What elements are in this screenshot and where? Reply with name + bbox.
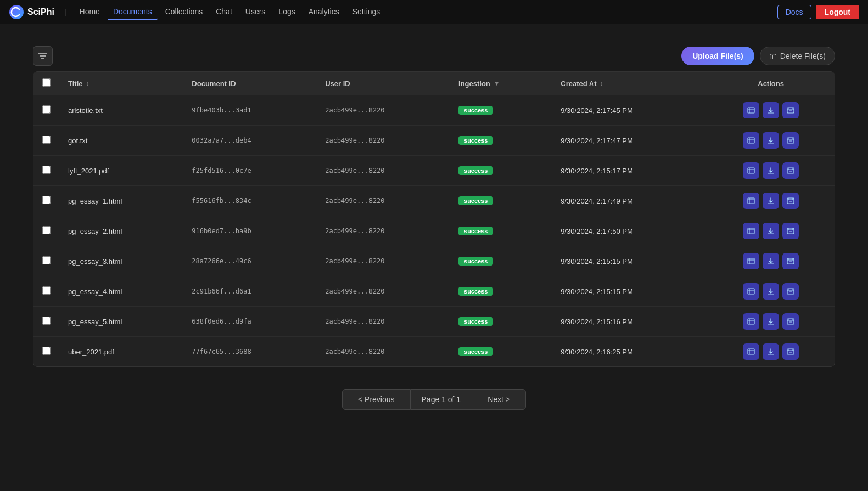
row-ingestion: success: [450, 186, 552, 216]
ingestion-badge: success: [458, 106, 493, 115]
previous-button[interactable]: < Previous: [342, 389, 411, 410]
nav-documents[interactable]: Documents: [108, 4, 158, 20]
logo-text: SciPhi: [27, 7, 54, 17]
row-doc-id: 9fbe403b...3ad1: [183, 95, 316, 126]
row-checkbox-5[interactable]: [42, 256, 51, 264]
download-button-6[interactable]: [763, 283, 779, 300]
row-user-id: 2acb499e...8220: [316, 126, 450, 156]
svg-rect-71: [787, 319, 794, 324]
row-checkbox-6[interactable]: [42, 286, 51, 295]
row-checkbox-4[interactable]: [42, 226, 51, 234]
filter-icon: [38, 52, 48, 60]
delete-row-button-0[interactable]: [782, 102, 799, 118]
row-actions: [707, 307, 835, 337]
row-user-id: 2acb499e...8220: [316, 276, 450, 307]
download-button-4[interactable]: [763, 223, 779, 239]
row-checkbox-cell: [33, 186, 59, 216]
row-created-at: 9/30/2024, 2:17:45 PM: [552, 95, 707, 126]
nav-settings[interactable]: Settings: [347, 4, 386, 20]
row-ingestion: success: [450, 276, 552, 307]
view-button-4[interactable]: [743, 223, 759, 239]
nav-home[interactable]: Home: [74, 4, 105, 20]
row-ingestion: success: [450, 156, 552, 186]
nav-analytics[interactable]: Analytics: [303, 4, 345, 20]
row-title: lyft_2021.pdf: [59, 156, 183, 186]
view-button-2[interactable]: [743, 162, 759, 179]
view-button-8[interactable]: [743, 343, 759, 360]
row-actions: [707, 246, 835, 276]
view-button-1[interactable]: [743, 132, 759, 149]
row-checkbox-7[interactable]: [42, 317, 51, 325]
next-button[interactable]: Next >: [472, 389, 526, 410]
table-row: pg_essay_4.html 2c91b66f...d6a1 2acb499e…: [33, 276, 835, 307]
download-button-5[interactable]: [763, 253, 779, 269]
nav-collections[interactable]: Collections: [160, 4, 208, 20]
ingestion-badge: success: [458, 227, 493, 235]
table-row: lyft_2021.pdf f25fd516...0c7e 2acb499e..…: [33, 156, 835, 186]
row-user-id: 2acb499e...8220: [316, 246, 450, 276]
created-sort-icon[interactable]: ↕: [600, 80, 603, 87]
delete-row-button-7[interactable]: [782, 313, 799, 330]
nav-logs[interactable]: Logs: [273, 4, 300, 20]
delete-row-button-3[interactable]: [782, 193, 799, 209]
ingestion-badge: success: [458, 317, 493, 326]
view-button-3[interactable]: [743, 193, 759, 209]
view-button-0[interactable]: [743, 102, 759, 118]
delete-row-button-4[interactable]: [782, 223, 799, 239]
delete-row-button-5[interactable]: [782, 253, 799, 269]
row-checkbox-cell: [33, 156, 59, 186]
row-doc-id: 28a7266e...49c6: [183, 246, 316, 276]
svg-rect-26: [787, 168, 794, 173]
row-checkbox-0[interactable]: [42, 105, 51, 114]
row-created-at: 9/30/2024, 2:16:25 PM: [552, 337, 707, 367]
delete-button[interactable]: 🗑 Delete File(s): [760, 47, 835, 65]
svg-rect-31: [748, 198, 754, 204]
ingestion-filter-icon[interactable]: ▼: [494, 80, 500, 87]
row-checkbox-cell: [33, 276, 59, 307]
main-content: Upload File(s) 🗑 Delete File(s) Title ↕: [0, 24, 868, 443]
view-button-5[interactable]: [743, 253, 759, 269]
row-checkbox-2[interactable]: [42, 166, 51, 174]
row-ingestion: success: [450, 216, 552, 246]
svg-rect-58: [748, 289, 754, 294]
row-ingestion: success: [450, 95, 552, 126]
download-button-3[interactable]: [763, 193, 779, 209]
row-title: pg_essay_5.html: [59, 307, 183, 337]
logout-button[interactable]: Logout: [816, 5, 859, 19]
title-sort-icon[interactable]: ↕: [86, 80, 89, 87]
ingestion-badge: success: [458, 287, 493, 296]
row-checkbox-8[interactable]: [42, 347, 51, 355]
nav-users[interactable]: Users: [240, 4, 271, 20]
download-button-2[interactable]: [763, 162, 779, 179]
row-created-at: 9/30/2024, 2:17:50 PM: [552, 216, 707, 246]
docs-button[interactable]: Docs: [777, 5, 811, 19]
row-created-at: 9/30/2024, 2:15:15 PM: [552, 246, 707, 276]
delete-row-button-1[interactable]: [782, 132, 799, 149]
row-doc-id: 638f0ed6...d9fa: [183, 307, 316, 337]
view-button-6[interactable]: [743, 283, 759, 300]
download-button-7[interactable]: [763, 313, 779, 330]
delete-row-button-8[interactable]: [782, 343, 799, 360]
table-row: uber_2021.pdf 77f67c65...3688 2acb499e..…: [33, 337, 835, 367]
svg-rect-40: [748, 228, 754, 234]
header-title: Title ↕: [59, 72, 183, 95]
ingestion-badge: success: [458, 136, 493, 145]
row-checkbox-1[interactable]: [42, 136, 51, 144]
svg-rect-35: [787, 198, 794, 204]
download-button-1[interactable]: [763, 132, 779, 149]
delete-row-button-2[interactable]: [782, 162, 799, 179]
view-button-7[interactable]: [743, 313, 759, 330]
row-doc-id: 0032a7a7...deb4: [183, 126, 316, 156]
upload-button[interactable]: Upload File(s): [681, 47, 754, 65]
svg-rect-67: [748, 319, 754, 324]
select-all-checkbox[interactable]: [42, 78, 51, 87]
table-row: pg_essay_3.html 28a7266e...49c6 2acb499e…: [33, 246, 835, 276]
svg-rect-8: [787, 108, 794, 113]
filter-button[interactable]: [33, 46, 53, 66]
download-button-8[interactable]: [763, 343, 779, 360]
download-button-0[interactable]: [763, 102, 779, 118]
svg-rect-44: [787, 228, 794, 234]
nav-chat[interactable]: Chat: [210, 4, 238, 20]
delete-row-button-6[interactable]: [782, 283, 799, 300]
row-checkbox-3[interactable]: [42, 196, 51, 204]
